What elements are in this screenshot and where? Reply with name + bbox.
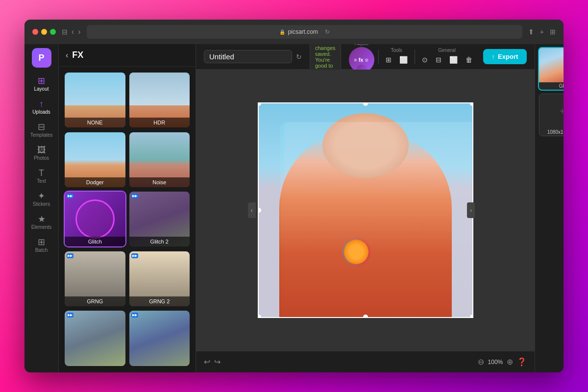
picsart-logo[interactable]: P [32,48,51,68]
right-panel-thumb-active[interactable]: Gli [539,48,564,90]
sidebar-item-uploads[interactable]: ↑ Uploads [27,97,56,118]
delete-tool-button[interactable]: 🗑 [463,54,475,66]
minimize-button[interactable] [41,29,47,35]
photos-label: Photos [34,155,49,161]
help-button[interactable]: ❓ [517,357,527,367]
fx-filter-grng2-label: GRNG 2 [129,296,190,306]
tools-section-label: Tools [391,48,402,53]
project-name-area: ↻ [204,50,302,63]
fx-filter-grng-badge: ▶▶ [67,253,74,258]
fx-filter-dodger-label: Dodger [65,177,125,187]
url-text: picsart.com [288,28,318,35]
text-icon: T [39,169,44,177]
sidebar-item-stickers[interactable]: ✦ Stickers [27,189,56,210]
collapse-left-button[interactable]: ‹ [248,202,256,218]
collapse-right-button[interactable]: › [467,202,475,218]
fx-filter-extra1-badge: ▶▶ [67,313,74,318]
elements-icon: ★ [38,215,46,223]
right-thumb-blank: + [539,94,564,128]
right-panel: Gli + 1080x1080px [535,44,564,372]
flip-tool-button[interactable]: ⬜ [446,54,461,66]
sidebar-item-text[interactable]: T Text [27,166,56,187]
grid-icon[interactable]: ⊞ [550,28,556,36]
crop-tool-button[interactable]: ⊞ [383,54,394,66]
general-section-label: General [438,48,456,53]
project-name-input[interactable] [204,50,292,63]
link-tool-button[interactable]: ⊙ [419,54,431,66]
fx-filter-hdr-label: HDR [129,118,190,127]
resize-handle-tm[interactable] [363,102,368,106]
fx-filter-glitch[interactable]: ▶▶ Glitch [65,192,125,246]
layout-icon: ⊞ [38,76,45,85]
sidebar-item-elements[interactable]: ★ Elements [27,212,56,233]
share-icon[interactable]: ⬆ [528,28,534,36]
sidebar-item-photos[interactable]: 🖼 Photos [27,143,56,164]
sidebar-toggle-icon[interactable]: ⊟ [62,28,68,36]
fx-header: ‹ FX [59,44,196,67]
export-button[interactable]: ↑ Export [483,49,527,64]
batch-label: Batch [35,247,48,253]
canvas-area[interactable]: ‹ [196,70,535,351]
forward-button[interactable]: › [78,27,80,36]
new-tab-icon[interactable]: + [540,28,544,36]
adjust-tab-active[interactable]: ≡ fx ⊗ ● [349,47,374,73]
adjust-section-label: Adjust [355,44,368,46]
fx-filter-noise[interactable]: Noise [129,132,190,187]
sliders-icon: ≡ [354,57,357,63]
resize-handle-bl[interactable] [258,315,261,318]
canvas-blank-icon: + [560,106,564,117]
fx-filter-extra1[interactable]: ▶▶ [65,311,125,366]
resize-handle-tl[interactable] [258,102,261,106]
refresh-browser-icon[interactable]: ↻ [325,28,330,35]
resize-handle-tr[interactable] [470,102,473,106]
uploads-label: Uploads [32,109,50,115]
resize-handle-bm[interactable] [363,315,368,318]
top-toolbar: ↻ All changes saved. You're good to go! … [196,44,535,70]
stickers-icon: ✦ [38,192,45,200]
mask-icon: ⊗ [365,57,368,63]
batch-icon: ⊞ [38,238,45,246]
browser-actions: ⬆ + ⊞ [528,28,556,36]
fx-filter-glitch-label: Glitch [65,237,125,246]
maximize-button[interactable] [50,29,56,35]
zoom-out-button[interactable]: ⊖ [478,357,484,367]
undo-button[interactable]: ↩ [204,357,210,367]
undo-redo-controls: ↩ ↪ [204,357,220,367]
fx-filter-none[interactable]: NONE [65,73,125,127]
fx-filter-dodger[interactable]: Dodger [65,132,125,187]
sidebar-item-batch[interactable]: ⊞ Batch [27,235,56,256]
back-button[interactable]: ‹ [72,27,74,36]
export-icon: ↑ [492,53,495,60]
fx-filter-glitch2[interactable]: ▶▶ Glitch 2 [129,192,190,246]
fx-filter-grng-label: GRNG [65,296,125,306]
resize-tool-button[interactable]: ⬜ [396,54,411,66]
fx-back-button[interactable]: ‹ [66,51,68,60]
tools-section-tools: ⊞ ⬜ [383,54,411,66]
redo-button[interactable]: ↪ [214,357,220,367]
zoom-in-button[interactable]: ⊕ [507,357,513,367]
app-container: P ⊞ Layout ↑ Uploads ⊟ Templates 🖼 Photo… [24,44,564,372]
fx-filter-extra2[interactable]: ▶▶ [129,311,190,366]
fx-tab[interactable]: fx [359,57,364,63]
fx-filter-grng[interactable]: ▶▶ GRNG [65,251,125,306]
sync-icon[interactable]: ↻ [296,53,302,61]
sidebar-item-templates[interactable]: ⊟ Templates [27,120,56,141]
url-bar[interactable]: 🔒 picsart.com ↻ [87,25,522,39]
sidebar-item-layout[interactable]: ⊞ Layout [27,74,56,95]
right-thumb-label-size: 1080x1080px [539,128,564,136]
fx-filter-glitch-badge: ▶▶ [67,194,74,198]
fx-filter-grng2[interactable]: ▶▶ GRNG 2 [129,251,190,306]
fx-filter-glitch2-badge: ▶▶ [131,194,138,198]
close-button[interactable] [32,29,38,35]
resize-handle-ml[interactable] [258,208,261,213]
resize-handle-br[interactable] [470,315,473,318]
canvas-image [258,102,473,318]
canvas-content [258,102,473,318]
sidebar: P ⊞ Layout ↑ Uploads ⊟ Templates 🖼 Photo… [24,44,59,372]
fx-filter-hdr[interactable]: HDR [129,73,190,127]
fx-title: FX [72,50,83,60]
right-panel-thumb-size[interactable]: + 1080x1080px [539,94,564,136]
uploads-icon: ↑ [39,99,44,108]
bottom-toolbar: ↩ ↪ ⊖ 100% ⊕ ❓ [196,351,535,372]
copy-tool-button[interactable]: ⊟ [433,54,444,66]
